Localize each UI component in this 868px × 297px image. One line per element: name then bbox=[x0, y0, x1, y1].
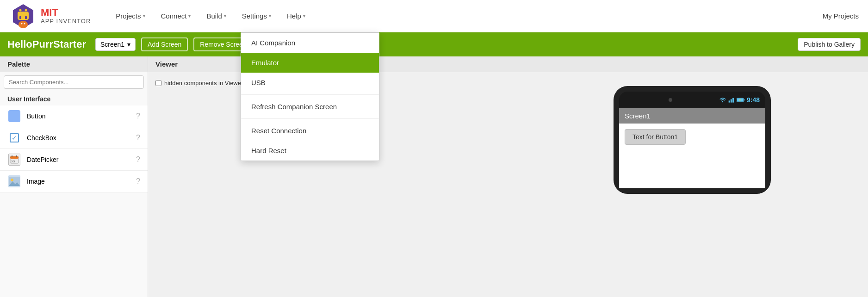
image-component-icon bbox=[7, 174, 21, 188]
screen-selector-caret-icon: ▾ bbox=[127, 41, 130, 48]
wifi-icon bbox=[719, 97, 726, 103]
svg-rect-4 bbox=[19, 16, 21, 19]
project-bar: HelloPurrStarter Screen1 ▾ Add Screen Re… bbox=[0, 32, 868, 56]
palette-item-image-label: Image bbox=[27, 178, 136, 185]
nav-build[interactable]: Build ▾ bbox=[200, 8, 232, 24]
dropdown-divider-1 bbox=[241, 94, 379, 95]
palette-item-datepicker-label: DatePicker bbox=[27, 156, 136, 163]
phone-camera-icon bbox=[669, 98, 672, 102]
add-screen-button[interactable]: Add Screen bbox=[141, 37, 188, 51]
palette-item-button-label: Button bbox=[27, 112, 136, 120]
dropdown-item-reset[interactable]: Reset Connection bbox=[241, 121, 379, 141]
phone-status-icons: ⚡ 9:48 bbox=[719, 96, 760, 104]
project-title: HelloPurrStarter bbox=[7, 38, 86, 50]
palette-header: Palette bbox=[0, 56, 148, 72]
checkbox-component-icon: ✓ bbox=[7, 131, 21, 145]
nav-menu: Projects ▾ Connect ▾ Build ▾ Settings ▾ … bbox=[109, 8, 822, 24]
phone-outer-frame: ⚡ 9:48 Screen1 Text for Button1 bbox=[614, 86, 771, 194]
svg-point-9 bbox=[24, 23, 25, 24]
svg-rect-19 bbox=[729, 100, 730, 102]
palette-item-checkbox[interactable]: ✓ CheckBox ? bbox=[0, 127, 148, 149]
content-area: Palette User Interface Button ? ✓ CheckB… bbox=[0, 56, 868, 297]
palette-item-button-help-icon[interactable]: ? bbox=[136, 112, 140, 120]
phone-mockup: ⚡ 9:48 Screen1 Text for Button1 bbox=[609, 72, 868, 99]
dropdown-divider-2 bbox=[241, 118, 379, 119]
palette-panel: Palette User Interface Button ? ✓ CheckB… bbox=[0, 56, 148, 297]
svg-point-2 bbox=[19, 9, 22, 11]
svg-rect-23 bbox=[744, 99, 744, 101]
hidden-components-label: hidden components in Viewer bbox=[164, 80, 243, 87]
nav-settings[interactable]: Settings ▾ bbox=[236, 8, 278, 24]
connect-dropdown-menu: AI Companion Emulator USB Refresh Compan… bbox=[241, 32, 379, 161]
logo-appinventor-text: APP INVENTOR bbox=[41, 18, 91, 25]
signal-icon bbox=[728, 97, 735, 103]
svg-point-3 bbox=[25, 9, 27, 11]
search-components-input[interactable] bbox=[4, 75, 144, 89]
settings-caret-icon: ▾ bbox=[269, 13, 271, 19]
help-caret-icon: ▾ bbox=[303, 13, 305, 19]
dropdown-item-emulator[interactable]: Emulator bbox=[241, 53, 379, 73]
header: MIT APP INVENTOR Projects ▾ Connect ▾ Bu… bbox=[0, 0, 868, 32]
logo-mit-text: MIT bbox=[41, 7, 91, 18]
svg-rect-11 bbox=[10, 156, 19, 159]
nav-connect[interactable]: Connect ▾ bbox=[155, 8, 198, 24]
button-component-icon bbox=[7, 109, 21, 123]
hidden-components-checkbox[interactable] bbox=[155, 80, 161, 86]
svg-text:20I: 20I bbox=[11, 160, 15, 163]
dropdown-item-refresh[interactable]: Refresh Companion Screen bbox=[241, 97, 379, 117]
projects-caret-icon: ▾ bbox=[143, 13, 145, 19]
dropdown-item-usb[interactable]: USB bbox=[241, 73, 379, 93]
battery-icon: ⚡ bbox=[737, 97, 745, 103]
screen-selector[interactable]: Screen1 ▾ bbox=[95, 38, 136, 51]
logo-text: MIT APP INVENTOR bbox=[41, 7, 91, 25]
svg-rect-21 bbox=[732, 98, 734, 103]
build-caret-icon: ▾ bbox=[224, 13, 226, 19]
svg-point-18 bbox=[722, 101, 723, 102]
phone-screen-body: Text for Button1 bbox=[619, 124, 765, 188]
svg-rect-5 bbox=[25, 16, 27, 19]
palette-item-image-help-icon[interactable]: ? bbox=[136, 177, 140, 186]
svg-point-16 bbox=[11, 179, 13, 181]
dropdown-item-ai-companion[interactable]: AI Companion bbox=[241, 33, 379, 53]
logo-icon bbox=[9, 2, 37, 30]
phone-screen: Screen1 Text for Button1 bbox=[619, 108, 765, 188]
my-projects-link[interactable]: My Projects bbox=[823, 12, 859, 20]
phone-time-display: 9:48 bbox=[747, 96, 760, 104]
svg-text:⚡: ⚡ bbox=[738, 99, 742, 102]
phone-screen-title: Screen1 bbox=[619, 108, 765, 124]
phone-button-mock: Text for Button1 bbox=[625, 129, 686, 145]
connect-caret-icon: ▾ bbox=[188, 13, 191, 19]
palette-item-image[interactable]: Image ? bbox=[0, 171, 148, 192]
svg-point-8 bbox=[21, 23, 23, 24]
palette-item-datepicker-help-icon[interactable]: ? bbox=[136, 155, 140, 164]
nav-projects[interactable]: Projects ▾ bbox=[109, 8, 151, 24]
phone-top-bar: ⚡ 9:48 bbox=[619, 92, 765, 108]
palette-item-checkbox-label: CheckBox bbox=[27, 134, 136, 142]
palette-item-checkbox-help-icon[interactable]: ? bbox=[136, 134, 140, 142]
svg-rect-20 bbox=[731, 99, 732, 103]
logo-area: MIT APP INVENTOR bbox=[9, 2, 91, 30]
dropdown-item-hard-reset[interactable]: Hard Reset bbox=[241, 141, 379, 161]
datepicker-component-icon: 20I bbox=[7, 153, 21, 167]
svg-rect-1 bbox=[18, 12, 29, 20]
palette-item-button[interactable]: Button ? bbox=[0, 105, 148, 127]
palette-item-datepicker[interactable]: 20I DatePicker ? bbox=[0, 149, 148, 171]
publish-button[interactable]: Publish to Gallery bbox=[798, 38, 861, 51]
nav-help[interactable]: Help ▾ bbox=[280, 8, 312, 24]
palette-section-user-interface: User Interface bbox=[0, 93, 148, 105]
